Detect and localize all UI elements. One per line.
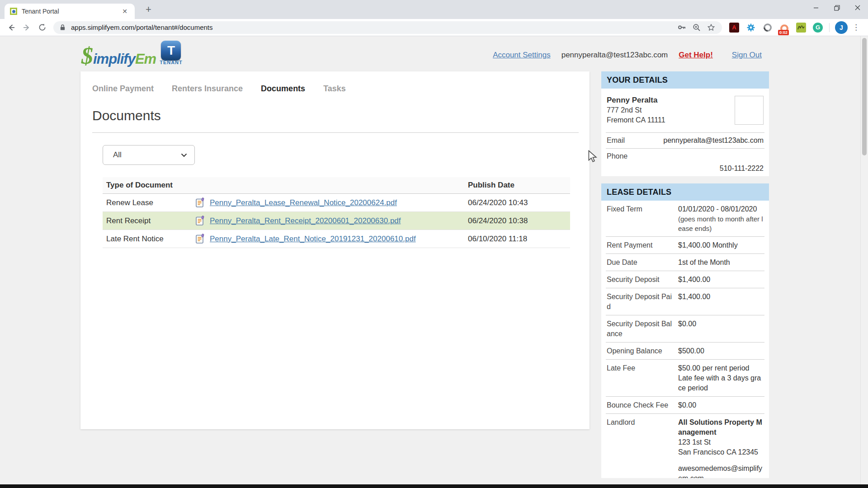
landlord-address-line1: 123 1st St <box>678 437 764 447</box>
table-row: Renew Lease Penny_Peralta_Lease_Renewal_… <box>103 194 570 212</box>
col-header-date: Publish Date <box>465 181 570 190</box>
lease-row-late-fee: Late Fee $50.00 per rent period Late fee… <box>606 359 764 396</box>
portal-tabs: Online Payment Renters Insurance Documen… <box>92 84 579 94</box>
document-icon <box>195 197 205 208</box>
scrollbar-thumb[interactable] <box>862 38 867 155</box>
adobe-acrobat-icon[interactable]: A <box>729 23 739 33</box>
lease-details-header: LEASE DETAILS <box>601 183 769 201</box>
tab-renters-insurance[interactable]: Renters Insurance <box>172 84 243 94</box>
logo-dollar-sign: $ <box>81 47 93 65</box>
lease-row-security-deposit-balance: Security Deposit Balance $0.00 <box>606 315 764 342</box>
vertical-scrollbar[interactable] <box>860 36 868 484</box>
forward-icon[interactable] <box>19 20 34 35</box>
document-link[interactable]: Penny_Peralta_Lease_Renewal_Notice_20200… <box>210 198 397 207</box>
site-favicon <box>10 8 17 15</box>
tenant-photo-placeholder <box>735 96 764 125</box>
col-header-type: Type of Document <box>103 181 195 190</box>
table-row: Late Rent Notice Penny_Peralta_Late_Rent… <box>103 230 570 248</box>
tab-online-payment[interactable]: Online Payment <box>92 84 154 94</box>
publish-date: 06/24/2020 10:38 <box>465 216 570 225</box>
browser-tab[interactable]: Tenant Portal ✕ <box>5 4 135 19</box>
bookmark-star-icon[interactable] <box>707 23 716 32</box>
user-email-text: pennyperalta@test123abc.com <box>561 51 668 60</box>
lease-row-landlord: Landlord All Solutions Property Manageme… <box>606 413 764 478</box>
doc-type: Renew Lease <box>103 198 195 207</box>
doc-type: Rent Receipt <box>103 216 195 225</box>
phone-label: Phone <box>607 152 764 160</box>
document-icon <box>195 216 205 226</box>
close-button[interactable] <box>847 0 868 15</box>
email-row: Email pennyperalta@test123abc.com <box>606 132 764 148</box>
tenant-address-block: Penny Peralta 777 2nd St Fremont CA 1111… <box>606 89 764 132</box>
url-text[interactable]: apps.simplifyem.com/portal/tenant#/docum… <box>71 23 672 31</box>
publish-date: 06/24/2020 10:43 <box>465 198 570 207</box>
tenant-badge: T TENANT <box>160 41 183 65</box>
new-tab-button[interactable]: + <box>143 4 154 15</box>
account-header: Account Settings pennyperalta@test123abc… <box>493 51 762 60</box>
document-link[interactable]: Penny_Peralta_Rent_Receipt_20200601_2020… <box>210 216 401 225</box>
tenant-portal-page: $implifyEm T TENANT Account Settings pen… <box>0 36 868 484</box>
email-label: Email <box>607 136 625 145</box>
phone-row: Phone 510-111-2222 <box>606 148 764 176</box>
chevron-down-icon <box>181 153 187 157</box>
toolbar-divider <box>829 23 830 32</box>
your-details-panel: YOUR DETAILS Penny Peralta 777 2nd St Fr… <box>601 71 769 176</box>
publish-date: 06/10/2020 11:18 <box>465 235 570 244</box>
details-sidebar: YOUR DETAILS Penny Peralta 777 2nd St Fr… <box>601 71 769 478</box>
landlord-email: awesomedemos@simplifyem.com <box>678 464 764 478</box>
signature-extension-icon[interactable] <box>796 23 806 33</box>
filter-selected-value: All <box>113 150 122 160</box>
lease-row-fixed-term: Fixed Term 01/01/2020 - 08/01/2020 (goes… <box>606 201 764 236</box>
table-row-highlighted: Rent Receipt Penny_Peralta_Rent_Receipt_… <box>103 212 570 230</box>
account-settings-link[interactable]: Account Settings <box>493 51 551 60</box>
table-header-row: Type of Document Publish Date <box>103 177 570 194</box>
lease-details-panel: LEASE DETAILS Fixed Term 01/01/2020 - 08… <box>601 183 769 478</box>
address-bar[interactable]: apps.simplifyem.com/portal/tenant#/docum… <box>53 21 722 34</box>
timer-badge: 0:02 <box>778 30 789 35</box>
gear-extension-icon[interactable] <box>746 23 756 33</box>
profile-avatar[interactable]: J <box>835 21 848 34</box>
lease-row-rent-payment: Rent Payment $1,400.00 Monthly <box>606 236 764 253</box>
landlord-company: All Solutions Property Management <box>678 418 764 437</box>
tenant-t-icon: T <box>161 41 181 61</box>
tab-close-icon[interactable]: ✕ <box>120 7 129 16</box>
grammarly-icon[interactable]: G <box>813 23 823 33</box>
reload-icon[interactable] <box>34 20 50 35</box>
tab-documents[interactable]: Documents <box>261 84 305 94</box>
tab-title: Tenant Portal <box>22 8 116 15</box>
sign-out-link[interactable]: Sign Out <box>732 51 762 60</box>
zoom-icon[interactable] <box>692 23 701 32</box>
doc-type: Late Rent Notice <box>103 235 195 244</box>
document-link[interactable]: Penny_Peralta_Late_Rent_Notice_20191231_… <box>210 235 416 244</box>
circle-extension-icon[interactable] <box>763 23 773 33</box>
restore-button[interactable] <box>826 0 847 15</box>
document-type-filter[interactable]: All <box>103 145 195 165</box>
browser-toolbar: apps.simplifyem.com/portal/tenant#/docum… <box>0 19 868 36</box>
email-value: pennyperalta@test123abc.com <box>663 136 764 145</box>
lock-icon <box>60 24 66 31</box>
tab-tasks[interactable]: Tasks <box>323 84 346 94</box>
get-help-link[interactable]: Get Help! <box>679 51 713 60</box>
timer-extension-icon[interactable]: 0:02 <box>779 23 789 33</box>
lease-row-security-deposit: Security Deposit $1,400.00 <box>606 271 764 288</box>
simplifyem-tenant-logo[interactable]: $implifyEm T TENANT <box>81 41 183 67</box>
browser-menu-icon[interactable]: ⋮ <box>850 23 864 32</box>
password-key-icon[interactable] <box>677 23 687 32</box>
minimize-button[interactable] <box>806 0 826 15</box>
lease-row-security-deposit-paid: Security Deposit Paid $1,400.00 <box>606 288 764 315</box>
title-divider <box>92 132 579 133</box>
back-icon[interactable] <box>4 20 19 35</box>
logo-wordmark: $implifyEm <box>81 47 156 67</box>
phone-value: 510-111-2222 <box>607 164 764 173</box>
page-title: Documents <box>92 108 579 123</box>
screen-bottom-edge <box>0 484 868 488</box>
extensions-area: A 0:02 G <box>726 23 826 33</box>
lease-row-opening-balance: Opening Balance $500.00 <box>606 342 764 359</box>
document-icon <box>195 234 205 244</box>
your-details-header: YOUR DETAILS <box>601 71 769 89</box>
lease-row-bounce-check-fee: Bounce Check Fee $0.00 <box>606 396 764 413</box>
documents-card: Online Payment Renters Insurance Documen… <box>80 71 590 429</box>
landlord-address-line2: San Francisco CA 12345 <box>678 447 764 457</box>
window-controls <box>806 0 868 15</box>
browser-tab-strip: Tenant Portal ✕ + <box>0 0 868 19</box>
